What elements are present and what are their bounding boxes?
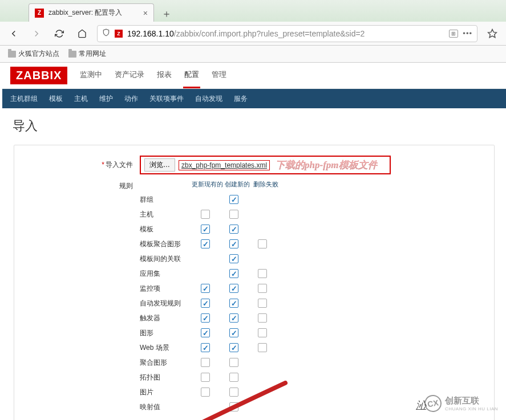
checkbox[interactable] bbox=[229, 358, 238, 367]
sub-nav-item[interactable]: 维护 bbox=[99, 94, 113, 104]
checkbox[interactable] bbox=[229, 254, 238, 263]
sub-nav-item[interactable]: 关联项事件 bbox=[149, 94, 184, 104]
reload-button[interactable] bbox=[51, 26, 67, 42]
bookmark-star-icon[interactable] bbox=[484, 26, 500, 42]
forward-button[interactable] bbox=[29, 26, 44, 42]
checkbox[interactable] bbox=[258, 284, 267, 293]
checkbox[interactable] bbox=[229, 313, 238, 323]
rule-name: 主机 bbox=[140, 210, 191, 219]
zabbix-page: ZABBIX 监测中资产记录报表配置管理 主机群组模板主机维护动作关联项事件自动… bbox=[0, 63, 506, 420]
url-text: 192.168.1.10/zabbix/conf.import.php?rule… bbox=[127, 29, 444, 38]
page-title: 导入 bbox=[2, 108, 506, 139]
folder-icon bbox=[8, 51, 16, 58]
top-menu-item[interactable]: 管理 bbox=[211, 63, 228, 88]
svg-marker-0 bbox=[488, 29, 497, 37]
zabbix-header: ZABBIX 监测中资产记录报表配置管理 bbox=[2, 63, 506, 89]
checkbox[interactable] bbox=[258, 299, 267, 308]
new-tab-button[interactable]: ＋ bbox=[159, 6, 175, 22]
sub-nav-item[interactable]: 模板 bbox=[49, 94, 63, 104]
checkbox[interactable] bbox=[229, 225, 238, 234]
bookmark-firefox[interactable]: 火狐官方站点 bbox=[8, 49, 59, 59]
close-icon[interactable]: × bbox=[143, 9, 148, 18]
sub-nav-item[interactable]: 服务 bbox=[234, 94, 248, 104]
top-menu-item[interactable]: 监测中 bbox=[79, 63, 103, 88]
rule-row: 图形 bbox=[140, 325, 280, 340]
rule-name: 图形 bbox=[140, 328, 191, 338]
checkbox[interactable] bbox=[201, 299, 210, 308]
sub-nav-item[interactable]: 主机 bbox=[74, 94, 88, 104]
checkbox[interactable] bbox=[229, 284, 238, 293]
checkbox[interactable] bbox=[201, 313, 210, 323]
checkbox[interactable] bbox=[201, 343, 210, 352]
rules-grid: 更新现有的 创建新的 删除失败 群组主机模板模板聚合图形模板间的关联应用集监控项… bbox=[140, 180, 280, 414]
checkbox[interactable] bbox=[258, 269, 267, 278]
watermark-icon: CX bbox=[423, 394, 443, 414]
browser-tab[interactable]: Z zabbix_server: 配置导入 × bbox=[29, 3, 154, 22]
rule-row: 图片 bbox=[140, 385, 280, 399]
checkbox[interactable] bbox=[229, 195, 238, 204]
home-button[interactable] bbox=[74, 26, 90, 42]
top-menu-item[interactable]: 配置 bbox=[183, 63, 200, 88]
checkbox[interactable] bbox=[229, 299, 238, 308]
checkbox[interactable] bbox=[258, 328, 267, 337]
checkbox[interactable] bbox=[258, 239, 267, 248]
selected-filename: zbx_php-fpm_templates.xml bbox=[179, 160, 270, 170]
checkbox[interactable] bbox=[229, 328, 238, 337]
file-input-box[interactable]: 浏览… zbx_php-fpm_templates.xml 下载的php-fpm… bbox=[140, 156, 391, 174]
zabbix-logo[interactable]: ZABBIX bbox=[10, 67, 67, 84]
file-field-row: *导入文件 浏览… zbx_php-fpm_templates.xml 下载的p… bbox=[100, 156, 483, 174]
checkbox[interactable] bbox=[201, 239, 210, 248]
top-menu-item[interactable]: 资产记录 bbox=[114, 63, 145, 88]
rule-row: 模板间的关联 bbox=[140, 251, 280, 266]
checkbox[interactable] bbox=[229, 239, 238, 248]
shield-icon bbox=[102, 28, 110, 38]
sub-nav-item[interactable]: 自动发现 bbox=[195, 94, 222, 104]
top-menu-item[interactable]: 报表 bbox=[156, 63, 173, 88]
checkbox[interactable] bbox=[229, 269, 238, 278]
sub-nav: 主机群组模板主机维护动作关联项事件自动发现服务 bbox=[2, 89, 506, 108]
rule-row: 主机 bbox=[140, 207, 280, 222]
checkbox[interactable] bbox=[201, 210, 210, 219]
rule-row: 自动发现规则 bbox=[140, 296, 280, 311]
browse-button[interactable]: 浏览… bbox=[144, 158, 175, 172]
url-bar[interactable]: Z 192.168.1.10/zabbix/conf.import.php?ru… bbox=[97, 25, 477, 42]
checkbox[interactable] bbox=[201, 388, 210, 397]
rule-row: 触发器 bbox=[140, 311, 280, 325]
checkbox[interactable] bbox=[201, 225, 210, 234]
browser-tab-strip: Z zabbix_server: 配置导入 × ＋ bbox=[0, 0, 506, 22]
checkbox[interactable] bbox=[229, 373, 238, 382]
top-menu: 监测中资产记录报表配置管理 bbox=[79, 63, 228, 88]
checkbox[interactable] bbox=[201, 373, 210, 382]
rule-row: Web 场景 bbox=[140, 340, 280, 355]
rule-name: 映射值 bbox=[140, 402, 191, 412]
import-form: *导入文件 浏览… zbx_php-fpm_templates.xml 下载的p… bbox=[14, 145, 495, 420]
checkbox[interactable] bbox=[229, 402, 238, 411]
checkbox[interactable] bbox=[201, 358, 210, 367]
rule-name: 模板间的关联 bbox=[140, 254, 191, 264]
checkbox[interactable] bbox=[258, 313, 267, 323]
reader-icon[interactable]: ⊞ bbox=[449, 30, 458, 38]
checkbox[interactable] bbox=[229, 388, 238, 397]
rule-name: 拓扑图 bbox=[140, 373, 191, 382]
checkbox[interactable] bbox=[258, 343, 267, 352]
more-icon[interactable]: ••• bbox=[463, 29, 472, 38]
bookmarks-bar: 火狐官方站点 常用网址 bbox=[0, 46, 506, 63]
watermark: CX 创新互联 CHUANG XIN HU LIAN bbox=[424, 395, 498, 412]
rule-name: 图片 bbox=[140, 388, 191, 397]
rule-row: 拓扑图 bbox=[140, 370, 280, 385]
rule-name: 模板 bbox=[140, 225, 191, 234]
checkbox[interactable] bbox=[201, 284, 210, 293]
checkbox[interactable] bbox=[229, 343, 238, 352]
rule-row: 映射值 bbox=[140, 399, 280, 414]
sub-nav-item[interactable]: 动作 bbox=[124, 94, 138, 104]
rules-head: 更新现有的 创建新的 删除失败 bbox=[140, 180, 280, 189]
annotation-text: 下载的php-fpm模板文件 bbox=[276, 158, 378, 172]
rule-name: 自动发现规则 bbox=[140, 299, 191, 308]
back-button[interactable] bbox=[6, 26, 22, 42]
rule-row: 模板 bbox=[140, 222, 280, 236]
rule-name: 触发器 bbox=[140, 313, 191, 323]
checkbox[interactable] bbox=[201, 328, 210, 337]
sub-nav-item[interactable]: 主机群组 bbox=[10, 94, 38, 104]
checkbox[interactable] bbox=[229, 210, 238, 219]
bookmark-common[interactable]: 常用网址 bbox=[68, 49, 106, 59]
